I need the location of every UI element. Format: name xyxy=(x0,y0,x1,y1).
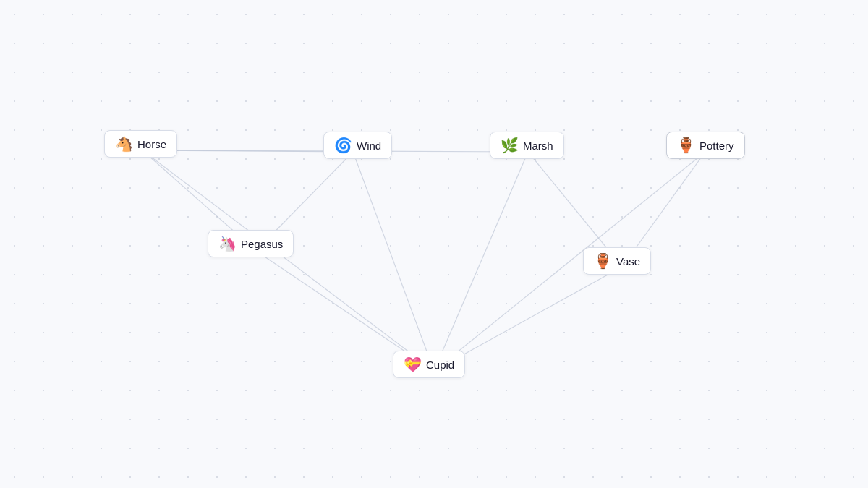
svg-line-1 xyxy=(142,150,434,371)
connections-svg xyxy=(0,0,868,488)
pottery-label: Pottery xyxy=(699,140,734,152)
vase-label: Vase xyxy=(616,255,640,267)
pottery-icon: 🏺 xyxy=(677,138,695,153)
node-cupid[interactable]: 💝 Cupid xyxy=(393,351,465,378)
node-pottery[interactable]: 🏺 Pottery xyxy=(666,132,745,159)
wind-icon: 🌀 xyxy=(334,138,352,153)
vase-icon: 🏺 xyxy=(594,254,612,268)
cupid-label: Cupid xyxy=(426,359,454,371)
svg-line-3 xyxy=(353,152,434,371)
node-vase[interactable]: 🏺 Vase xyxy=(583,247,651,275)
pegasus-icon: 🦄 xyxy=(218,236,237,251)
horse-icon: 🐴 xyxy=(115,137,133,151)
cupid-icon: 💝 xyxy=(404,357,422,372)
node-horse[interactable]: 🐴 Horse xyxy=(104,130,177,158)
node-wind[interactable]: 🌀 Wind xyxy=(323,132,392,159)
svg-line-5 xyxy=(434,152,528,371)
node-pegasus[interactable]: 🦄 Pegasus xyxy=(208,230,294,257)
node-marsh[interactable]: 🌿 Marsh xyxy=(490,132,564,159)
svg-line-8 xyxy=(434,152,705,371)
marsh-icon: 🌿 xyxy=(501,138,519,153)
pegasus-label: Pegasus xyxy=(241,238,283,250)
horse-label: Horse xyxy=(137,138,166,150)
wind-label: Wind xyxy=(357,140,381,152)
marsh-label: Marsh xyxy=(523,140,553,152)
